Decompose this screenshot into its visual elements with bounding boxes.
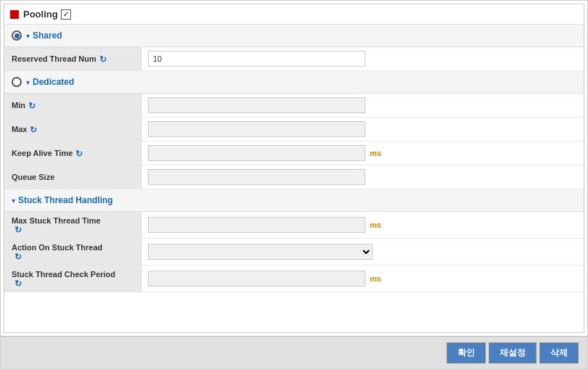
queue-size-label: Queue Size (4, 165, 142, 189)
min-input-area (142, 94, 584, 117)
stuck-thread-chevron: ▾ (12, 197, 15, 205)
footer: 확인 재설정 삭제 (1, 336, 587, 369)
dedicated-chevron: ▾ (26, 78, 30, 86)
reserved-thread-num-label: Reserved Thread Num ↻ (4, 47, 142, 70)
action-on-stuck-label: Action On Stuck Thread ↻ (4, 239, 142, 265)
delete-button[interactable]: 삭제 (539, 342, 579, 363)
reserved-thread-num-input-area (142, 47, 584, 70)
min-input[interactable] (148, 97, 365, 113)
shared-chevron: ▾ (26, 32, 30, 40)
shared-group-header[interactable]: ▾ Shared (4, 25, 584, 47)
max-stuck-time-refresh-icon[interactable]: ↻ (15, 225, 23, 234)
max-stuck-time-label: Max Stuck Thread Time ↻ (4, 212, 142, 238)
shared-radio[interactable] (12, 30, 22, 41)
dedicated-group-header[interactable]: ▾ Dedicated (4, 71, 584, 94)
max-input-area (142, 118, 584, 141)
max-refresh-icon[interactable]: ↻ (30, 125, 38, 133)
keep-alive-row: Keep Alive Time ↻ ms (4, 141, 584, 165)
stuck-thread-section: ▾ Stuck Thread Handling Max Stuck Thread… (4, 189, 584, 292)
reserved-thread-num-input[interactable] (148, 51, 365, 67)
red-square-icon (10, 10, 19, 19)
reserved-thread-num-refresh-icon[interactable]: ↻ (99, 54, 108, 63)
action-on-stuck-input-area (142, 240, 584, 263)
shared-label[interactable]: Shared (33, 30, 62, 41)
stuck-check-period-refresh-icon[interactable]: ↻ (15, 279, 23, 287)
action-on-stuck-row: Action On Stuck Thread ↻ (4, 239, 584, 266)
queue-size-input-area (142, 165, 584, 189)
shared-section: ▾ Shared Reserved Thread Num ↻ (4, 25, 584, 71)
keep-alive-label: Keep Alive Time ↻ (4, 141, 142, 165)
max-row: Max ↻ (4, 118, 584, 141)
max-input[interactable] (148, 121, 365, 137)
action-on-stuck-select[interactable] (148, 244, 373, 260)
stuck-check-period-unit: ms (370, 274, 381, 283)
confirm-button[interactable]: 확인 (447, 342, 486, 363)
main-container: Pooling ✓ ▾ Shared Reserved Thread Num ↻ (0, 0, 588, 370)
pooling-checkbox[interactable]: ✓ (61, 9, 71, 20)
stuck-check-period-input[interactable] (148, 271, 365, 287)
min-row: Min ↻ (4, 94, 584, 118)
min-label: Min ↻ (4, 94, 142, 117)
min-refresh-icon[interactable]: ↻ (28, 101, 37, 110)
section-header: Pooling ✓ (4, 4, 584, 25)
queue-size-row: Queue Size (4, 165, 584, 189)
action-on-stuck-refresh-icon[interactable]: ↻ (15, 252, 23, 260)
stuck-check-period-input-area: ms (142, 267, 584, 290)
section-title: Pooling (23, 9, 58, 20)
dedicated-radio[interactable] (12, 77, 22, 87)
reserved-thread-num-row: Reserved Thread Num ↻ (4, 47, 584, 71)
max-stuck-time-unit: ms (370, 221, 381, 229)
content-area: Pooling ✓ ▾ Shared Reserved Thread Num ↻ (4, 4, 584, 333)
keep-alive-unit: ms (370, 149, 381, 157)
dedicated-section: ▾ Dedicated Min ↻ Max ↻ (4, 71, 584, 189)
dedicated-label[interactable]: Dedicated (33, 77, 74, 87)
max-stuck-time-input-area: ms (142, 213, 584, 237)
reset-button[interactable]: 재설정 (489, 342, 537, 363)
stuck-thread-label: Stuck Thread Handling (18, 195, 113, 205)
max-stuck-time-input[interactable] (148, 217, 365, 233)
keep-alive-refresh-icon[interactable]: ↻ (75, 149, 84, 157)
stuck-thread-group-header: ▾ Stuck Thread Handling (4, 189, 584, 212)
max-stuck-time-row: Max Stuck Thread Time ↻ ms (4, 212, 584, 239)
queue-size-input[interactable] (148, 169, 365, 185)
keep-alive-input-area: ms (142, 141, 584, 165)
max-label: Max ↻ (4, 118, 142, 141)
stuck-check-period-row: Stuck Thread Check Period ↻ ms (4, 266, 584, 292)
stuck-check-period-label: Stuck Thread Check Period ↻ (4, 266, 142, 292)
keep-alive-input[interactable] (148, 145, 365, 161)
